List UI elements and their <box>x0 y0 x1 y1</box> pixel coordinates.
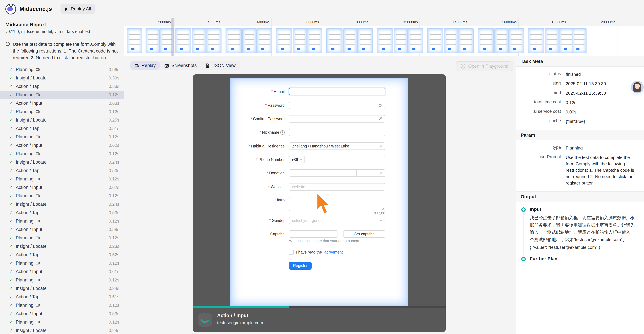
sidebar-task-item[interactable]: ✓ Planning 0.96s <box>0 65 124 74</box>
password-input <box>289 102 385 109</box>
sidebar-task-item[interactable]: ✓ Action / Input 0.62s <box>0 141 124 149</box>
sidebar-task-item[interactable]: ✓ Action / Input 0.62s <box>0 183 124 192</box>
tab-replay[interactable]: Replay <box>130 61 160 70</box>
phone-input <box>304 156 385 163</box>
sidebar-task-item[interactable]: ✓ Insight / Locate 0.24s <box>0 284 124 293</box>
timeline-thumbnail[interactable] <box>444 29 458 53</box>
sidebar-task-item[interactable]: ✓ Action / Input 0.68s <box>0 99 124 107</box>
output-entries: Input我已经点击了邮箱输入框，现在需要输入测试数据。根据任务要求，我需要使用… <box>516 202 644 268</box>
timeline: 2000ms4000ms6000ms8000ms10000ms12000ms14… <box>124 18 644 56</box>
timeline-thumbnail[interactable] <box>146 29 159 53</box>
task-item-duration: 0.25s <box>108 117 119 122</box>
sidebar-task-item[interactable]: ✓ Planning 0.12s <box>0 234 124 242</box>
intro-textarea <box>289 197 385 211</box>
task-item-duration: 0.12s <box>108 134 119 139</box>
timeline-thumbnail[interactable] <box>358 29 372 53</box>
sidebar-task-item[interactable]: ✓ Planning 0.12s <box>0 301 124 309</box>
timeline-thumbnail[interactable] <box>127 29 142 53</box>
register-button: Register <box>289 262 312 270</box>
form-row-gender: *Gender: select your gender∨ <box>230 217 408 224</box>
sidebar-task-item[interactable]: ✓ Insight / Locate 0.24s <box>0 158 124 166</box>
task-item-duration: 0.24s <box>108 202 119 207</box>
timeline-gridline <box>222 18 222 56</box>
task-item-label: Action / Tap <box>16 126 40 131</box>
intro-char-counter: 0 / 100 <box>289 211 385 215</box>
timeline-thumbnail[interactable] <box>257 29 272 53</box>
sidebar-task-item[interactable]: ✓ Action / Input 0.58s <box>0 225 124 234</box>
sidebar-task-item[interactable]: ✓ Planning 0.12s <box>0 175 124 183</box>
replay-all-button[interactable]: Replay All <box>61 4 96 14</box>
timeline-thumbnail[interactable] <box>408 29 423 53</box>
sidebar-task-item[interactable]: ✓ Planning 0.12s <box>0 133 124 141</box>
timeline-thumbnail[interactable] <box>192 29 206 53</box>
check-icon: ✓ <box>9 159 13 165</box>
video-camera-icon <box>36 135 40 139</box>
sidebar-task-item[interactable]: ✓ Action / Tap 0.52s <box>0 250 124 259</box>
check-icon: ✓ <box>9 126 13 131</box>
check-icon: ✓ <box>9 193 13 198</box>
sidebar-task-item[interactable]: ✓ Action / Tap 0.53s <box>0 166 124 175</box>
task-item-duration: 0.12s <box>108 319 119 324</box>
timeline-thumbnail[interactable] <box>243 29 256 53</box>
timeline-thumbnail[interactable] <box>377 29 392 53</box>
task-item-duration: 0.58s <box>108 227 119 232</box>
timeline-thumbnail[interactable] <box>276 29 292 53</box>
open-in-playground-button[interactable]: Open in Playground <box>456 61 513 71</box>
check-icon: ✓ <box>9 117 13 122</box>
sidebar-task-item[interactable]: ✓ Insight / Locate 0.25s <box>0 116 124 124</box>
sidebar-task-item[interactable]: ✓ Planning 0.12s <box>0 217 124 225</box>
assistant-avatar[interactable] <box>631 81 644 94</box>
timeline-thumbnail[interactable] <box>394 29 407 53</box>
timeline-thumbnail[interactable] <box>572 29 586 53</box>
meta-value: 2025-02-11 15:39:30 <box>566 90 638 96</box>
sidebar-task-item[interactable]: ✓ Planning 0.12s <box>0 318 124 326</box>
tab-screenshots[interactable]: Screenshots <box>160 61 201 70</box>
sidebar-task-item[interactable]: ✓ Insight / Locate 0.24s <box>0 326 124 334</box>
sidebar-task-item[interactable]: ✓ Planning 0.12s <box>0 192 124 200</box>
sidebar-task-item[interactable]: ✓ Insight / Locate 0.24s <box>0 200 124 208</box>
task-item-label: Action / Tap <box>16 84 40 89</box>
sidebar-task-item[interactable]: ✓ Action / Tap 0.53s <box>0 82 124 91</box>
check-icon: ✓ <box>9 134 13 139</box>
meta-value: {"hit":true} <box>566 118 638 125</box>
timeline-thumbnail[interactable] <box>478 29 494 53</box>
task-item-label: Insight / Locate <box>16 244 46 249</box>
sidebar-task-item[interactable]: ✓ Planning 0.12s <box>0 107 124 116</box>
sidebar-task-item[interactable]: ✓ Action / Input 0.61s <box>0 267 124 276</box>
timeline-thumbnail[interactable] <box>458 29 473 53</box>
timeline-thumbnail[interactable] <box>176 29 191 53</box>
check-icon: ✓ <box>9 101 13 106</box>
sidebar-task-item[interactable]: ✓ Action / Tap 0.53s <box>0 208 124 217</box>
timeline-thumbnail[interactable] <box>327 29 342 53</box>
timeline-thumbnail[interactable] <box>206 29 221 53</box>
sidebar-task-item[interactable]: ✓ Insight / Locate 0.23s <box>0 242 124 250</box>
sidebar-task-item[interactable]: ✓ Action / Input 0.53s <box>0 309 124 318</box>
sidebar-task-item[interactable]: ✓ Planning 0.12s <box>0 276 124 284</box>
timeline-thumbnail[interactable] <box>528 29 544 53</box>
timeline-thumbnail[interactable] <box>559 29 574 53</box>
timeline-thumbnail[interactable] <box>428 29 443 53</box>
sidebar-task-item[interactable]: ✓ Insight / Locate 0.39s <box>0 74 124 82</box>
timeline-thumbnail[interactable] <box>545 29 559 53</box>
sidebar-task-item[interactable]: ✓ Planning 0.12s <box>0 259 124 267</box>
sidebar-task-item[interactable]: ✓ Action / Tap 0.51s <box>0 124 124 133</box>
tab-json-view[interactable]: JSON View <box>201 61 240 70</box>
timeline-playhead[interactable] <box>171 18 174 56</box>
task-item-label: Action / Input <box>16 101 42 106</box>
sidebar-task-item[interactable]: ✓ Planning 0.12s <box>0 149 124 158</box>
meta-value: 0.00s <box>566 109 638 115</box>
timeline-tick-label: 4000ms <box>208 20 222 24</box>
timeline-thumbnail[interactable] <box>293 29 306 53</box>
timeline-thumbnail[interactable] <box>226 29 241 53</box>
timeline-thumbnail[interactable] <box>495 29 508 53</box>
timeline-thumbnail[interactable] <box>509 29 524 53</box>
timeline-thumbnail[interactable] <box>344 29 357 53</box>
sidebar-task-item[interactable]: ✓ Planning 0.12s <box>0 91 124 99</box>
timeline-thumbnail[interactable] <box>307 29 322 53</box>
check-icon: ✓ <box>9 92 13 97</box>
eye-invisible-icon <box>378 117 382 121</box>
timeline-tick-label: 10000ms <box>354 20 370 24</box>
sidebar-task-item[interactable]: ✓ Action / Tap 0.51s <box>0 293 124 301</box>
timeline-tick-label: 20000ms <box>601 20 617 24</box>
replay-progress-bar[interactable] <box>193 306 446 308</box>
